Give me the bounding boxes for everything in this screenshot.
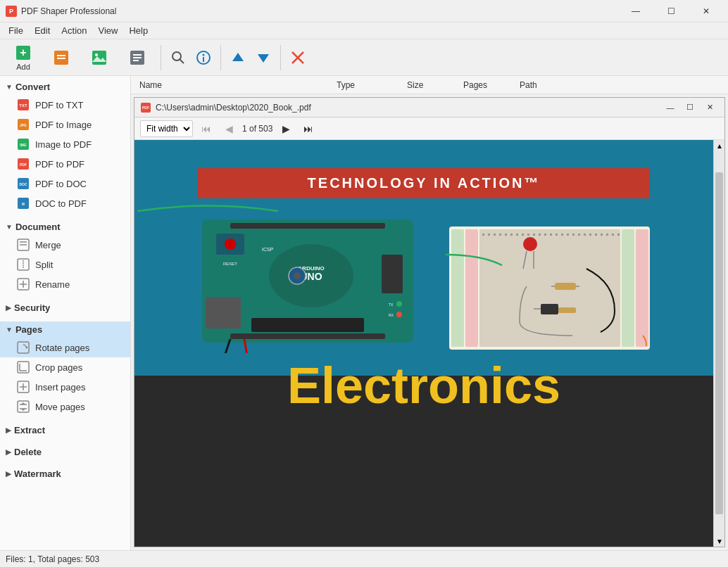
pdf-minimize-button[interactable]: — (661, 100, 679, 115)
pages-header[interactable]: ▼ Pages (0, 321, 130, 338)
delete-button[interactable] (287, 46, 309, 69)
svg-rect-82 (479, 229, 620, 347)
pdf-maximize-button[interactable]: ☐ (681, 100, 699, 115)
split-label: Split (35, 260, 53, 270)
sidebar-item-pdf-to-image[interactable]: JPG PDF to Image (0, 115, 130, 134)
info-button[interactable] (192, 46, 215, 69)
close-button[interactable]: ✕ (690, 0, 722, 23)
toolbar-separator-1 (161, 45, 161, 70)
pdf-page-inner: TECHNOLOGY IN ACTION™ ARD (134, 140, 713, 547)
svg-text:PDF: PDF (20, 163, 27, 167)
menu-edit[interactable]: Edit (29, 24, 56, 37)
sidebar-item-pdf-to-doc[interactable]: DOC PDF to DOC (0, 174, 130, 193)
pdf-to-doc-label: PDF to DOC (35, 179, 87, 189)
move-down-button[interactable] (252, 46, 275, 69)
app-icon: P (6, 6, 17, 17)
main-content: ▼ Convert TXT PDF to TXT JPG PDF to Imag… (0, 76, 728, 550)
split-icon (17, 258, 30, 271)
sidebar-item-pdf-to-pdf[interactable]: PDF PDF to PDF (0, 154, 130, 174)
svg-rect-92 (533, 234, 535, 236)
svg-rect-89 (516, 234, 518, 236)
sidebar-item-insert-pages[interactable]: Insert pages (0, 377, 130, 397)
svg-rect-98 (567, 234, 569, 236)
content-area: Name Type Size Pages Path PDF C:\Users\a… (131, 76, 728, 550)
fit-select[interactable]: Fit width Fit page 100% (140, 120, 193, 137)
technology-bar-text: TECHNOLOGY IN ACTION™ (308, 175, 541, 191)
col-header-size: Size (404, 80, 460, 90)
sidebar-item-move-pages[interactable]: Move pages (0, 397, 130, 416)
svg-rect-11 (133, 60, 139, 61)
menu-file[interactable]: File (3, 24, 29, 37)
vertical-scrollbar[interactable]: ▲ ▼ (713, 140, 724, 547)
security-section: ▶ Security (0, 297, 130, 319)
prev-page-button[interactable]: ◀ (220, 121, 238, 136)
watermark-section: ▶ Watermark (0, 463, 130, 485)
pdf-close-button[interactable]: ✕ (701, 100, 719, 115)
pages-chevron: ▼ (6, 326, 13, 333)
svg-rect-86 (499, 234, 501, 236)
sidebar-item-pdf-to-txt[interactable]: TXT PDF to TXT (0, 95, 130, 115)
sidebar-item-merge[interactable]: Merge (0, 235, 130, 255)
svg-rect-85 (494, 234, 496, 236)
scroll-up-button[interactable]: ▲ (714, 140, 724, 151)
svg-rect-117 (558, 307, 576, 313)
info-icon (196, 50, 211, 65)
minimize-button[interactable]: — (620, 0, 652, 23)
add-button[interactable]: + Add (6, 41, 41, 75)
pdf-content-wrapper: TECHNOLOGY IN ACTION™ ARD (134, 140, 724, 547)
convert-label: Convert (15, 82, 50, 92)
extract-header[interactable]: ▶ Extract (0, 422, 130, 438)
svg-point-15 (203, 53, 205, 56)
move-up-button[interactable] (227, 46, 249, 69)
image-to-pdf-label: Image to PDF (35, 139, 92, 150)
sidebar-item-rename[interactable]: Rename (0, 274, 130, 294)
security-chevron: ▶ (6, 304, 11, 312)
svg-rect-91 (527, 234, 529, 236)
svg-rect-102 (589, 234, 591, 236)
svg-marker-18 (258, 54, 269, 63)
security-header[interactable]: ▶ Security (0, 300, 130, 316)
watermark-header[interactable]: ▶ Watermark (0, 466, 130, 482)
file-table: Name Type Size Pages Path (131, 76, 728, 94)
first-page-button[interactable]: ⏮ (197, 121, 215, 136)
delete-header[interactable]: ▶ Delete (0, 444, 130, 460)
sidebar: ▼ Convert TXT PDF to TXT JPG PDF to Imag… (0, 76, 131, 550)
sidebar-item-split[interactable]: Split (0, 255, 130, 274)
last-page-button[interactable]: ⏭ (299, 121, 318, 136)
electronics-label: Electronics (287, 357, 560, 414)
sidebar-item-doc-to-pdf[interactable]: W DOC to PDF (0, 193, 130, 213)
move-pages-label: Move pages (35, 402, 85, 412)
svg-rect-106 (612, 234, 614, 236)
sidebar-item-crop-pages[interactable]: Crop pages (0, 357, 130, 377)
svg-text:JPG: JPG (20, 123, 27, 127)
scrollbar-thumb[interactable] (715, 172, 723, 514)
svg-marker-52 (21, 402, 25, 404)
tool-doc[interactable] (120, 46, 155, 70)
next-page-button[interactable]: ▶ (277, 121, 295, 136)
crop-pages-icon (17, 361, 30, 374)
tool-orange[interactable] (44, 46, 79, 70)
doc-to-pdf-label: DOC to PDF (35, 198, 87, 209)
sidebar-item-rotate-pages[interactable]: Rotate pages (0, 338, 130, 357)
svg-rect-105 (606, 234, 608, 236)
sidebar-item-image-to-pdf[interactable]: IMG Image to PDF (0, 134, 130, 154)
menu-view[interactable]: View (93, 24, 124, 37)
doc-to-pdf-icon: W (17, 197, 30, 210)
merge-icon (17, 238, 30, 251)
extract-label: Extract (14, 425, 45, 435)
document-header[interactable]: ▼ Document (0, 219, 130, 235)
statusbar-text: Files: 1, Total pages: 503 (6, 554, 99, 564)
search-button[interactable] (167, 46, 189, 69)
tool-image[interactable] (82, 46, 117, 70)
scroll-down-button[interactable]: ▼ (714, 535, 724, 547)
menu-help[interactable]: Help (123, 24, 153, 37)
convert-header[interactable]: ▼ Convert (0, 79, 130, 95)
delete-section: ▶ Delete (0, 441, 130, 463)
svg-rect-9 (133, 54, 142, 56)
svg-rect-5 (92, 51, 106, 65)
menu-action[interactable]: Action (56, 24, 92, 37)
svg-rect-103 (595, 234, 597, 236)
svg-rect-88 (510, 234, 513, 236)
maximize-button[interactable]: ☐ (655, 0, 687, 23)
image-icon (91, 49, 108, 66)
